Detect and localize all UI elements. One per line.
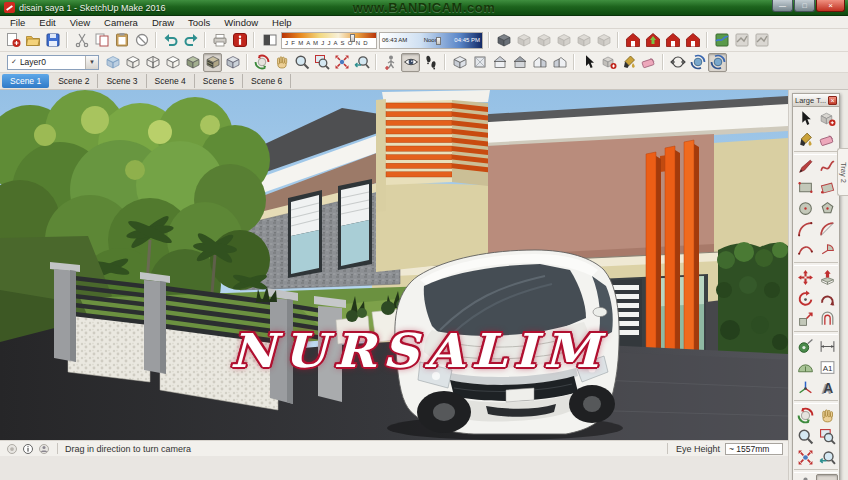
make-component-tool[interactable] bbox=[816, 108, 838, 129]
three-point-arc-tool[interactable] bbox=[794, 240, 816, 261]
large-tool-set-header[interactable]: Large T... × bbox=[793, 94, 839, 107]
print-button[interactable] bbox=[210, 31, 229, 50]
save-button[interactable] bbox=[43, 31, 62, 50]
get-models-button[interactable] bbox=[623, 31, 642, 50]
position-camera-button[interactable] bbox=[381, 53, 400, 72]
orbit-button[interactable] bbox=[252, 53, 271, 72]
3d-viewport[interactable]: NURSALIM bbox=[0, 90, 788, 440]
3d-text-tool[interactable]: AA bbox=[816, 378, 838, 399]
top-view-button[interactable] bbox=[470, 53, 489, 72]
dimension-tool[interactable] bbox=[816, 336, 838, 357]
model-info-button[interactable] bbox=[230, 31, 249, 50]
close-button[interactable]: × bbox=[816, 0, 845, 12]
shadow-time-handle[interactable] bbox=[436, 37, 441, 45]
menu-file[interactable]: File bbox=[3, 17, 32, 28]
zoom-previous-button[interactable] bbox=[352, 53, 371, 72]
select-button[interactable] bbox=[579, 53, 598, 72]
left-view-button[interactable] bbox=[530, 53, 549, 72]
section-fill-button[interactable] bbox=[554, 31, 573, 50]
section-iso-button[interactable] bbox=[574, 31, 593, 50]
wireframe-style-button[interactable] bbox=[143, 53, 162, 72]
erase-button[interactable] bbox=[132, 31, 151, 50]
turn-around-button[interactable] bbox=[668, 53, 687, 72]
polygon-tool[interactable] bbox=[816, 198, 838, 219]
section-plane-button[interactable] bbox=[494, 31, 513, 50]
zoom-tool[interactable] bbox=[794, 426, 816, 447]
extension-warehouse-button[interactable] bbox=[683, 31, 702, 50]
back-edges-style-button[interactable] bbox=[123, 53, 142, 72]
share-component-button[interactable] bbox=[663, 31, 682, 50]
text-tool[interactable]: A1 bbox=[816, 357, 838, 378]
new-button[interactable] bbox=[3, 31, 22, 50]
circle-tool[interactable] bbox=[794, 198, 816, 219]
shadow-date-slider[interactable]: J F M A M J J A S O N D bbox=[281, 32, 377, 49]
redo-button[interactable] bbox=[181, 31, 200, 50]
axes-tool[interactable] bbox=[794, 378, 816, 399]
scene-tab-3[interactable]: Scene 3 bbox=[98, 74, 146, 88]
maximize-button[interactable]: □ bbox=[794, 0, 815, 12]
tray-2-tab[interactable]: Tray 2 bbox=[837, 148, 848, 196]
profile-icon[interactable] bbox=[37, 442, 50, 455]
xray-style-button[interactable] bbox=[103, 53, 122, 72]
photo-textures-button[interactable] bbox=[752, 31, 771, 50]
paint-bucket-tool[interactable] bbox=[794, 129, 816, 150]
toggle-terrain-button[interactable] bbox=[732, 31, 751, 50]
display-section-cuts-button[interactable] bbox=[534, 31, 553, 50]
back-view-button[interactable] bbox=[510, 53, 529, 72]
menu-draw[interactable]: Draw bbox=[145, 17, 181, 28]
line-tool[interactable] bbox=[794, 156, 816, 177]
position-camera-tool[interactable] bbox=[794, 474, 816, 480]
menu-view[interactable]: View bbox=[63, 17, 97, 28]
right-view-button[interactable] bbox=[550, 53, 569, 72]
scene-tab-6[interactable]: Scene 6 bbox=[243, 74, 291, 88]
front-view-button[interactable] bbox=[490, 53, 509, 72]
scene-tab-5[interactable]: Scene 5 bbox=[195, 74, 243, 88]
layer-dropdown-arrow[interactable]: ▼ bbox=[85, 56, 98, 69]
eraser-tool[interactable] bbox=[816, 129, 838, 150]
shadow-toggle-button[interactable] bbox=[260, 31, 279, 50]
scene-tab-4[interactable]: Scene 4 bbox=[147, 74, 195, 88]
add-location-button[interactable] bbox=[712, 31, 731, 50]
geolocation-icon[interactable] bbox=[5, 442, 18, 455]
menu-tools[interactable]: Tools bbox=[181, 17, 217, 28]
zoom-window-tool[interactable] bbox=[816, 426, 838, 447]
walk-button[interactable] bbox=[421, 53, 440, 72]
shaded-with-textures-style-button[interactable] bbox=[203, 53, 222, 72]
hidden-line-style-button[interactable] bbox=[163, 53, 182, 72]
share-model-button[interactable] bbox=[643, 31, 662, 50]
open-button[interactable] bbox=[23, 31, 42, 50]
scene-tab-2[interactable]: Scene 2 bbox=[50, 74, 98, 88]
monochrome-style-button[interactable] bbox=[223, 53, 242, 72]
close-palette-button[interactable]: × bbox=[828, 96, 837, 105]
shadow-date-handle[interactable] bbox=[350, 34, 355, 42]
zoom-previous-tool[interactable] bbox=[816, 447, 838, 468]
select-tool[interactable] bbox=[794, 108, 816, 129]
offset-tool[interactable] bbox=[816, 309, 838, 330]
follow-me-tool[interactable] bbox=[816, 288, 838, 309]
eye-height-input[interactable]: ~ 1557mm bbox=[725, 443, 783, 455]
move-tool[interactable] bbox=[794, 267, 816, 288]
iso-view-button[interactable] bbox=[450, 53, 469, 72]
orbit-tool[interactable] bbox=[794, 405, 816, 426]
scene-tab-1[interactable]: Scene 1 bbox=[2, 74, 49, 88]
tape-measure-tool[interactable] bbox=[794, 336, 816, 357]
undo-button[interactable] bbox=[161, 31, 180, 50]
orbit-alt-button[interactable] bbox=[688, 53, 707, 72]
make-component-button[interactable] bbox=[599, 53, 618, 72]
rectangle-tool[interactable] bbox=[794, 177, 816, 198]
minimize-button[interactable]: — bbox=[772, 0, 793, 12]
section-align-button[interactable] bbox=[594, 31, 613, 50]
zoom-window-button[interactable] bbox=[312, 53, 331, 72]
menu-window[interactable]: Window bbox=[217, 17, 265, 28]
menu-help[interactable]: Help bbox=[265, 17, 299, 28]
paste-button[interactable] bbox=[112, 31, 131, 50]
look-around-tool[interactable] bbox=[816, 474, 838, 480]
eraser-button[interactable] bbox=[639, 53, 658, 72]
rotate-tool[interactable] bbox=[794, 288, 816, 309]
protractor-tool[interactable] bbox=[794, 357, 816, 378]
arc-tool[interactable] bbox=[794, 219, 816, 240]
freehand-tool[interactable] bbox=[816, 156, 838, 177]
scale-tool[interactable] bbox=[794, 309, 816, 330]
display-section-planes-button[interactable] bbox=[514, 31, 533, 50]
credits-icon[interactable] bbox=[21, 442, 34, 455]
